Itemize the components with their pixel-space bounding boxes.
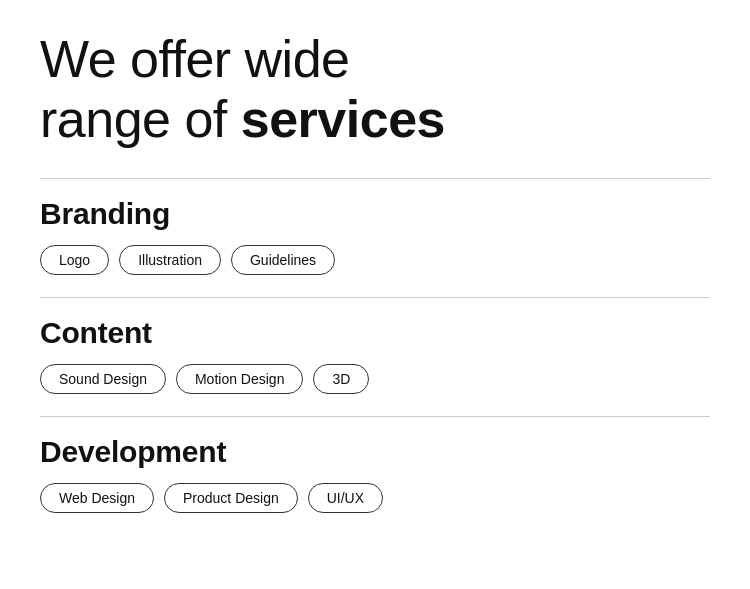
- branding-title: Branding: [40, 197, 710, 231]
- tag-3d[interactable]: 3D: [313, 364, 369, 394]
- development-tags: Web Design Product Design UI/UX: [40, 483, 710, 513]
- top-divider: [40, 178, 710, 179]
- development-title: Development: [40, 435, 710, 469]
- branding-divider: [40, 297, 710, 298]
- main-headline: We offer wide range of services: [40, 30, 710, 150]
- branding-tags: Logo Illustration Guidelines: [40, 245, 710, 275]
- content-tags: Sound Design Motion Design 3D: [40, 364, 710, 394]
- development-section: Development Web Design Product Design UI…: [40, 435, 710, 513]
- content-section: Content Sound Design Motion Design 3D: [40, 316, 710, 394]
- tag-product-design[interactable]: Product Design: [164, 483, 298, 513]
- tag-sound-design[interactable]: Sound Design: [40, 364, 166, 394]
- tag-guidelines[interactable]: Guidelines: [231, 245, 335, 275]
- headline-line2-bold: services: [241, 90, 445, 148]
- headline-line1: We offer wide: [40, 30, 350, 88]
- content-title: Content: [40, 316, 710, 350]
- tag-illustration[interactable]: Illustration: [119, 245, 221, 275]
- headline-line2-normal: range of: [40, 90, 241, 148]
- content-divider: [40, 416, 710, 417]
- tag-ui-ux[interactable]: UI/UX: [308, 483, 383, 513]
- tag-motion-design[interactable]: Motion Design: [176, 364, 304, 394]
- tag-logo[interactable]: Logo: [40, 245, 109, 275]
- branding-section: Branding Logo Illustration Guidelines: [40, 197, 710, 275]
- tag-web-design[interactable]: Web Design: [40, 483, 154, 513]
